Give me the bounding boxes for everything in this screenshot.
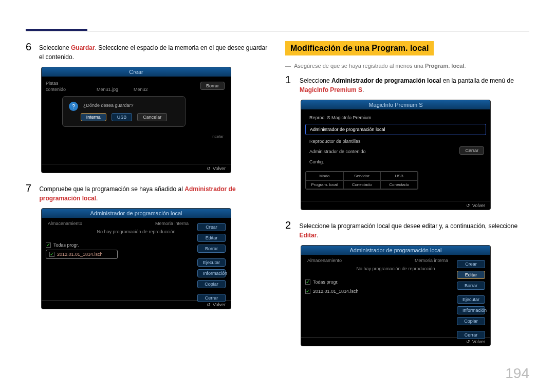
top-borrar-btn[interactable]: Borrar bbox=[200, 82, 225, 90]
label-almacenamiento: Almacenamiento bbox=[307, 258, 342, 263]
side-buttons-right: Crear Editar Borrar Ejecutar Información… bbox=[457, 260, 485, 339]
step-1: 1 Seleccione Administrador de programaci… bbox=[285, 74, 529, 95]
panel-magicinfo-title: MagicInfo Premium S bbox=[301, 100, 490, 109]
left-column: 6 Seleccione Guardar. Seleccione el espa… bbox=[26, 21, 270, 356]
step-1-text: Seleccione Administrador de programación… bbox=[300, 74, 514, 95]
t-bold: Guardar bbox=[71, 44, 95, 51]
note-text: Asegúrese de que se haya registrado al m… bbox=[294, 63, 466, 69]
label-almacenamiento: Almacenamiento bbox=[48, 221, 82, 226]
checkbox-icon bbox=[49, 252, 54, 257]
header-rule bbox=[26, 31, 529, 31]
btn-info[interactable]: Información bbox=[457, 306, 485, 314]
btn-editar[interactable]: Editar bbox=[457, 271, 485, 279]
btn-crear[interactable]: Crear bbox=[197, 223, 226, 231]
step-7-number: 7 bbox=[26, 182, 33, 203]
step-6-text: Seleccione Guardar. Seleccione el espaci… bbox=[39, 41, 270, 62]
step-2-text: Seleccione la programación local que des… bbox=[299, 219, 529, 240]
panel-admin-left-title: Administrador de programación local bbox=[42, 209, 231, 218]
btn-ejecutar[interactable]: Ejecutar bbox=[457, 295, 485, 304]
step-1-number: 1 bbox=[285, 74, 293, 95]
checkbox-icon bbox=[46, 242, 51, 248]
th-servidor: Servidor bbox=[343, 172, 381, 180]
btn-borrar[interactable]: Borrar bbox=[197, 245, 226, 253]
step-7: 7 Compruebe que la programación se haya … bbox=[26, 182, 270, 203]
panel-admin-right-title: Administrador de programación local bbox=[301, 246, 490, 255]
td-servidor: Conectado bbox=[343, 180, 381, 189]
info-icon: ? bbox=[69, 102, 78, 111]
t: Compruebe que la programación se haya añ… bbox=[39, 185, 184, 193]
status-table: Modo Servidor USB Program. local Conecta… bbox=[305, 171, 418, 190]
btn-borrar[interactable]: Borrar bbox=[457, 282, 485, 290]
btn-cerrar-magic[interactable]: Cerrar bbox=[459, 146, 484, 155]
step-7-text: Compruebe que la programación se haya añ… bbox=[39, 182, 270, 203]
right-column: Modificación de una Program. local ― Ase… bbox=[285, 21, 529, 356]
file1: Menu1.jpg bbox=[97, 87, 118, 92]
th-usb: USB bbox=[380, 172, 418, 180]
th-modo: Modo bbox=[306, 172, 343, 180]
dash-icon: ― bbox=[285, 63, 291, 69]
note-line: ― Asegúrese de que se haya registrado al… bbox=[285, 63, 529, 69]
row-prog[interactable]: 2012.01.01_1834.lsch bbox=[46, 250, 118, 259]
t: Seleccione bbox=[39, 44, 71, 51]
menu-config[interactable]: Config. bbox=[305, 157, 486, 167]
btn-interna[interactable]: Interna bbox=[81, 113, 106, 121]
checkbox-icon bbox=[305, 289, 310, 294]
btn-cerrar[interactable]: Cerrar bbox=[457, 331, 485, 339]
label-contenido: contenido bbox=[46, 87, 66, 92]
btn-crear[interactable]: Crear bbox=[457, 260, 485, 268]
checkbox-icon bbox=[305, 279, 310, 285]
page-number: 194 bbox=[505, 365, 529, 382]
td-program: Program. local bbox=[306, 180, 343, 189]
btn-ejecutar[interactable]: Ejecutar bbox=[197, 258, 226, 267]
panel-admin-right: Administrador de programación local Alma… bbox=[301, 245, 491, 346]
t: . bbox=[96, 195, 98, 202]
btn-copiar[interactable]: Copiar bbox=[197, 280, 226, 288]
label-memoria: Memoria interna bbox=[155, 221, 189, 226]
btn-cerrar[interactable]: Cerrar bbox=[197, 294, 226, 302]
step-2: 2 Seleccione la programación local que d… bbox=[285, 219, 529, 240]
td-usb: Conectado bbox=[380, 180, 418, 189]
panel-crear: Crear Pistas Borrar contenido Menu1.jpg … bbox=[41, 67, 231, 173]
btn-usb[interactable]: USB bbox=[112, 113, 133, 121]
side-buttons-left: Crear Editar Borrar Ejecutar Información… bbox=[197, 223, 226, 302]
step-6-number: 6 bbox=[26, 41, 33, 62]
menu-admin-cont[interactable]: Administrador de contenido bbox=[305, 146, 486, 157]
menu-admin-prog-local[interactable]: Administrador de programación local bbox=[305, 124, 486, 135]
save-dialog: ? ¿Dónde desea guardar? Interna USB Canc… bbox=[62, 96, 186, 127]
hidden-bg-text: ncelar bbox=[212, 134, 224, 139]
btn-copiar[interactable]: Copiar bbox=[457, 317, 485, 325]
step-6: 6 Seleccione Guardar. Seleccione el espa… bbox=[26, 41, 270, 62]
label-pistas: Pistas bbox=[46, 81, 59, 86]
label-memoria: Memoria interna bbox=[415, 258, 448, 263]
btn-cancelar[interactable]: Cancelar bbox=[137, 113, 167, 121]
step-2-number: 2 bbox=[285, 219, 293, 240]
menu-plantillas[interactable]: Reproductor de plantillas bbox=[305, 136, 486, 146]
panel-crear-footer[interactable]: Volver bbox=[42, 164, 231, 173]
panel-magicinfo-footer[interactable]: Volver bbox=[301, 201, 490, 210]
btn-editar[interactable]: Editar bbox=[197, 234, 226, 242]
panel-admin-left: Administrador de programación local Alma… bbox=[41, 208, 231, 309]
panel-magicinfo: MagicInfo Premium S Reprod. S MagicInfo … bbox=[301, 100, 491, 210]
panel-crear-title: Crear bbox=[42, 67, 231, 77]
btn-info[interactable]: Información bbox=[197, 269, 226, 277]
menu-reprod[interactable]: Reprod. S MagicInfo Premium bbox=[305, 113, 486, 123]
file2: Menu2 bbox=[134, 87, 148, 92]
dialog-question: ¿Dónde desea guardar? bbox=[83, 103, 176, 108]
section-heading: Modificación de una Program. local bbox=[285, 41, 434, 55]
